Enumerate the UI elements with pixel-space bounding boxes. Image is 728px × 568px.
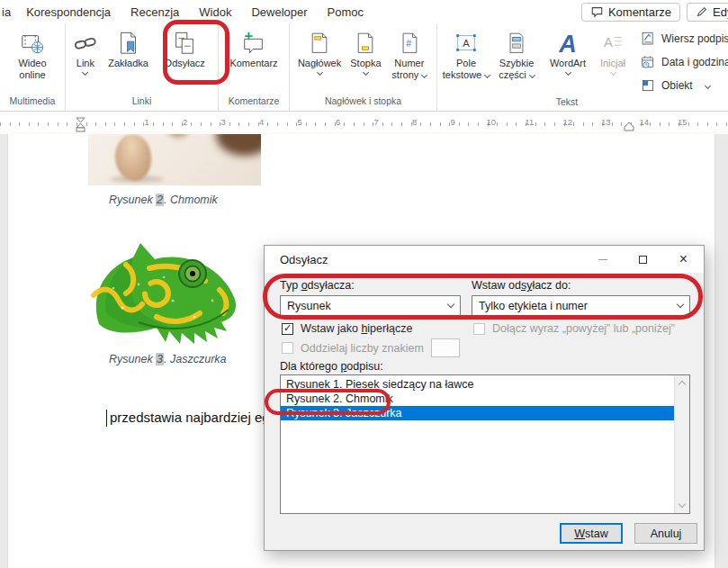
- header-button[interactable]: Nagłówek: [293, 25, 346, 78]
- object-button[interactable]: Obiekt: [641, 77, 728, 95]
- signature-line-label: Wiersz podpisu: [661, 32, 728, 45]
- link-label: Link: [76, 58, 94, 69]
- maximize-icon: [639, 256, 647, 264]
- cross-reference-icon: [172, 28, 197, 58]
- list-item-figure-3[interactable]: Rysunek 3. Jaszczurka: [281, 406, 674, 420]
- date-time-label: Data i godzina: [661, 56, 728, 68]
- date-time-button[interactable]: Data i godzina: [641, 53, 728, 71]
- tab-pomoc[interactable]: Pomoc: [318, 5, 373, 19]
- quick-parts-button[interactable]: Szybkie części: [491, 25, 542, 81]
- caption-listbox[interactable]: Rysunek 1. Piesek siedzący na ławce Rysu…: [280, 374, 690, 514]
- text-box-label-2: tekstowe: [443, 69, 481, 81]
- chevron-down-icon: [529, 72, 535, 78]
- list-item-figure-2[interactable]: Rysunek 2. Chmomik: [281, 392, 674, 406]
- hyperlink-checkbox[interactable]: ✓: [282, 323, 293, 335]
- cross-reference-button[interactable]: Odsyłacz: [155, 25, 214, 69]
- body-paragraph[interactable]: przedstawia najbardziej egzo: [106, 410, 283, 427]
- chevron-down-icon: [705, 82, 711, 88]
- group-label-naglowek-i-stopka: Nagłówek i stopka: [293, 94, 433, 111]
- footer-icon: [354, 28, 377, 58]
- text-box-label-1: Pole: [456, 58, 476, 69]
- separate-numbers-checkbox: [282, 342, 293, 354]
- svg-text:A: A: [604, 35, 613, 50]
- close-button[interactable]: ×: [663, 246, 704, 273]
- page-number-button[interactable]: # Numer strony: [386, 25, 433, 81]
- comment-plus-icon: [240, 28, 267, 58]
- list-item-figure-1[interactable]: Rysunek 1. Piesek siedzący na ławce: [281, 377, 674, 392]
- tab-partial[interactable]: ia: [0, 5, 16, 19]
- field-shading: 2: [156, 194, 164, 206]
- text-cursor: [106, 410, 107, 427]
- reference-type-value: Rysunek: [287, 300, 331, 312]
- group-label-tekst: Tekst: [441, 95, 693, 111]
- signature-line-button[interactable]: Wiersz podpisu: [641, 30, 728, 48]
- insert-reference-to-label: Wstaw odsyłacz do:: [472, 279, 571, 292]
- footer-button[interactable]: Stopka: [346, 25, 386, 78]
- word-window: ia Korespondencja Recenzja Widok Dewelop…: [0, 0, 728, 568]
- scroll-up-icon[interactable]: [675, 375, 689, 391]
- indent-marker-left[interactable]: [76, 117, 85, 132]
- header-label: Nagłówek: [298, 58, 341, 69]
- new-comment-button[interactable]: Komentarz: [222, 25, 285, 69]
- wordart-button[interactable]: A WordArt: [542, 25, 594, 78]
- hyperlink-checkbox-label: Wstaw jako hiperłącze: [301, 322, 412, 335]
- insert-reference-to-value: Tylko etykieta i numer: [479, 300, 588, 312]
- cancel-button[interactable]: Anuluj: [634, 523, 697, 544]
- tab-widok[interactable]: Widok: [189, 5, 241, 19]
- chevron-down-icon[interactable]: [442, 296, 460, 315]
- dialog-title-bar[interactable]: Odsyłacz ×: [265, 246, 704, 273]
- separate-numbers-row: Oddzielaj liczby znakiem: [282, 338, 460, 357]
- svg-text:#: #: [406, 39, 411, 49]
- check-icon: ✓: [283, 323, 292, 333]
- group-label-linki: Linki: [69, 94, 214, 111]
- editing-button[interactable]: Edy: [687, 3, 728, 22]
- ruler-band: 123 456 789 101112 131415: [0, 115, 728, 131]
- quick-parts-icon: [505, 28, 528, 58]
- ribbon-group-multimedia: Wideo online Multimedia: [0, 23, 66, 111]
- caption-figure-2[interactable]: Rysunek 2. Chmomik: [109, 194, 218, 206]
- ribbon: Wideo online Multimedia Link: [0, 23, 728, 112]
- svg-text:A: A: [463, 37, 470, 48]
- link-icon: [72, 28, 99, 58]
- chevron-down-icon: [421, 72, 427, 78]
- caption-figure-3[interactable]: Rysunek 3. Jaszczurka: [109, 353, 227, 365]
- signature-line-icon: [641, 32, 656, 47]
- comments-button[interactable]: Komentarze: [581, 3, 680, 22]
- bookmark-label: Zakładka: [108, 58, 148, 69]
- minimize-button: [582, 246, 623, 273]
- field-shading: 3: [156, 353, 164, 365]
- text-box-button[interactable]: A Pole tekstowe: [441, 25, 491, 81]
- cross-reference-dialog: Odsyłacz × Typ odsyłacza: Wstaw odsyłacz…: [264, 245, 705, 551]
- tab-deweloper[interactable]: Deweloper: [241, 5, 317, 19]
- chevron-down-icon[interactable]: [671, 296, 689, 315]
- tab-recenzja[interactable]: Recenzja: [121, 5, 189, 19]
- ribbon-group-naglowek-i-stopka: Nagłówek Stopka: [290, 23, 437, 111]
- ribbon-group-linki: Link Zakładka: [66, 23, 219, 111]
- footer-label: Stopka: [350, 58, 381, 69]
- quick-parts-label-1: Szybkie: [499, 58, 535, 69]
- tab-korespondencja[interactable]: Korespondencja: [16, 5, 121, 19]
- insert-button[interactable]: Wstaw: [560, 523, 623, 544]
- scroll-down-icon[interactable]: [675, 498, 689, 513]
- wordart-label: WordArt: [550, 58, 586, 69]
- reference-type-combobox[interactable]: Rysunek: [280, 295, 461, 316]
- chameleon-image[interactable]: [86, 238, 256, 352]
- horizontal-ruler: 123 456 789 101112 131415: [0, 113, 728, 134]
- hamster-image-food-blob: [167, 134, 189, 138]
- listbox-scrollbar[interactable]: [674, 375, 689, 513]
- chevron-down-icon: [564, 69, 571, 76]
- insert-reference-to-combobox[interactable]: Tylko etykieta i numer: [472, 295, 690, 316]
- maximize-button[interactable]: [623, 246, 663, 273]
- dialog-title: Odsyłacz: [280, 253, 328, 266]
- date-time-icon: [641, 55, 656, 70]
- bookmark-button[interactable]: Zakładka: [102, 25, 156, 69]
- chevron-down-icon: [317, 69, 323, 76]
- chevron-down-icon: [82, 69, 88, 76]
- hamster-image[interactable]: [88, 134, 261, 185]
- indent-marker-right[interactable]: [624, 122, 634, 131]
- link-button[interactable]: Link: [69, 25, 102, 78]
- video-online-button[interactable]: Wideo online: [4, 25, 61, 81]
- separator-input: [431, 338, 460, 357]
- drop-cap-icon: A: [600, 28, 625, 58]
- drop-cap-label: Inicjał: [600, 58, 625, 69]
